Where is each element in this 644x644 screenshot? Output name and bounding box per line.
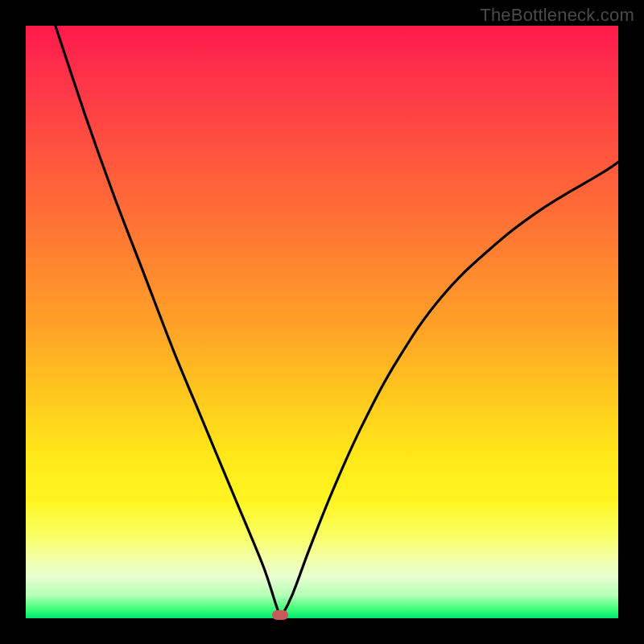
curve-path (56, 26, 618, 618)
chart-frame: TheBottleneck.com (0, 0, 644, 644)
optimal-point-marker (272, 610, 288, 620)
watermark-text: TheBottleneck.com (480, 5, 634, 26)
bottleneck-curve (26, 26, 618, 618)
plot-area (26, 26, 618, 618)
